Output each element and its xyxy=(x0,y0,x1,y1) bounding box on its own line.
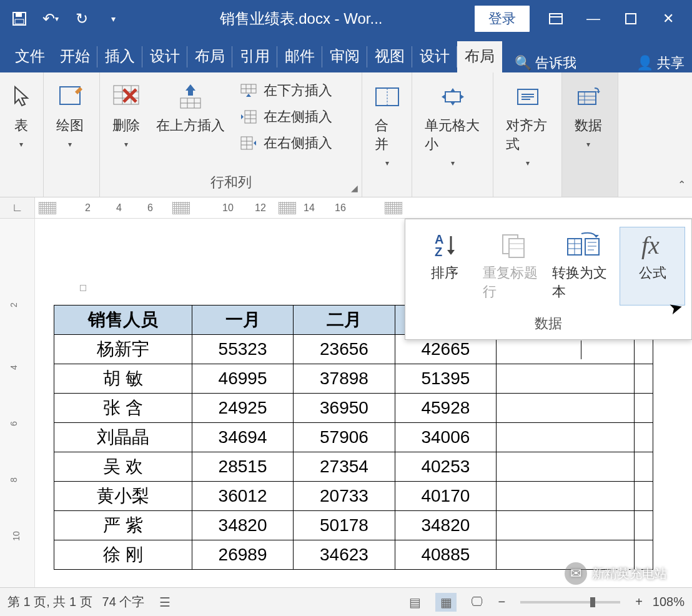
tab-layout[interactable]: 布局 xyxy=(187,41,232,72)
undo-button[interactable]: ↶ ▾ xyxy=(36,4,65,33)
zoom-out-button[interactable]: − xyxy=(498,595,505,609)
print-layout-button[interactable]: ▦ xyxy=(435,593,457,612)
table-cell[interactable] xyxy=(635,423,653,452)
table-cell[interactable]: 45928 xyxy=(395,394,496,423)
table-cell[interactable]: 34694 xyxy=(192,423,293,452)
table-cell[interactable] xyxy=(635,364,653,394)
convert-to-text-button[interactable]: 转换为文本 xyxy=(550,227,616,306)
tab-selector[interactable]: ∟ xyxy=(0,197,35,218)
data-button[interactable]: 数据 xyxy=(570,77,607,152)
ribbon-display-button[interactable] xyxy=(537,4,575,33)
close-button[interactable]: ✕ xyxy=(650,4,687,33)
table-cell[interactable] xyxy=(635,394,653,423)
login-button[interactable]: 登录 xyxy=(475,6,530,32)
horizontal-ruler[interactable]: ∟ 2 4 6 10 12 14 16 xyxy=(0,197,692,219)
insert-left-button[interactable]: 在左侧插入 xyxy=(236,106,335,127)
table-cell[interactable]: 34820 xyxy=(192,511,293,540)
tab-mailings[interactable]: 邮件 xyxy=(277,41,322,72)
table-header[interactable]: 二月 xyxy=(294,306,395,335)
ruler-tabstop[interactable] xyxy=(172,202,190,214)
insert-above-button[interactable]: 在上方插入 xyxy=(151,77,230,139)
table-cell[interactable] xyxy=(497,394,635,423)
sort-button[interactable]: AZ 排序 xyxy=(412,227,477,306)
table-cell[interactable]: 20733 xyxy=(294,482,395,511)
table-cell[interactable] xyxy=(497,511,635,540)
table-cell[interactable] xyxy=(635,511,653,540)
table-cell[interactable] xyxy=(635,482,653,511)
table-cell[interactable]: 吴 欢 xyxy=(54,452,192,482)
ruler-tabstop[interactable] xyxy=(279,202,296,214)
vertical-ruler[interactable]: 2 4 6 8 10 xyxy=(0,219,35,587)
dialog-launcher[interactable]: ◢ xyxy=(351,183,358,193)
tab-table-design[interactable]: 设计 xyxy=(412,41,457,72)
delete-button[interactable]: 删除 xyxy=(107,77,145,152)
table-cell[interactable]: 26989 xyxy=(192,540,293,570)
table-cell[interactable]: 刘晶晶 xyxy=(54,423,192,452)
table-cell[interactable]: 55323 xyxy=(192,335,293,364)
formula-button[interactable]: fx 公式 xyxy=(620,227,685,306)
zoom-in-button[interactable]: + xyxy=(635,595,643,609)
table-cell[interactable]: 34623 xyxy=(294,540,395,570)
table-cell[interactable]: 24925 xyxy=(192,394,293,423)
table-cell[interactable]: 40253 xyxy=(395,452,496,482)
zoom-level[interactable]: 108% xyxy=(653,595,685,609)
insert-below-button[interactable]: 在下方插入 xyxy=(236,80,335,101)
select-table-button[interactable]: 表 xyxy=(7,77,35,152)
table-cell[interactable]: 40885 xyxy=(395,540,496,570)
redo-button[interactable]: ↻ xyxy=(67,4,96,33)
ruler-tabstop[interactable] xyxy=(385,202,402,214)
tab-view[interactable]: 视图 xyxy=(367,41,412,72)
table-cell[interactable] xyxy=(635,452,653,482)
tab-insert[interactable]: 插入 xyxy=(97,41,142,72)
table-cell[interactable]: 50178 xyxy=(294,511,395,540)
share-button[interactable]: 👤共享 xyxy=(636,54,685,72)
table-cell[interactable]: 51395 xyxy=(395,364,496,394)
cell-size-button[interactable]: 单元格大小 xyxy=(420,77,485,171)
table-cell[interactable]: 23656 xyxy=(294,335,395,364)
table-header[interactable]: 一月 xyxy=(192,306,293,335)
sales-table[interactable]: 销售人员 一月 二月 三月 销售总量 杨新宇553232365642665胡 敏… xyxy=(54,305,653,570)
table-cell[interactable]: 徐 刚 xyxy=(54,540,192,570)
table-cell[interactable]: 胡 敏 xyxy=(54,364,192,394)
maximize-button[interactable] xyxy=(612,4,650,33)
tab-design[interactable]: 设计 xyxy=(142,41,187,72)
word-count[interactable]: 74 个字 xyxy=(102,594,145,610)
table-cell[interactable]: 37898 xyxy=(294,364,395,394)
table-cell[interactable]: 严 紫 xyxy=(54,511,192,540)
save-button[interactable] xyxy=(5,4,34,33)
table-cell[interactable]: 34820 xyxy=(395,511,496,540)
table-cell[interactable]: 40170 xyxy=(395,482,496,511)
table-move-handle[interactable] xyxy=(80,285,86,291)
tab-table-layout[interactable]: 布局 xyxy=(457,41,502,72)
ruler-tabstop[interactable] xyxy=(39,202,56,214)
zoom-slider[interactable] xyxy=(520,601,620,604)
qat-customize[interactable]: ▾ xyxy=(99,4,127,33)
web-layout-button[interactable]: 🖵 xyxy=(467,593,488,612)
tab-home[interactable]: 开始 xyxy=(52,41,97,72)
insert-right-button[interactable]: 在右侧插入 xyxy=(236,132,335,154)
table-cell[interactable]: 27354 xyxy=(294,452,395,482)
table-header[interactable]: 销售人员 xyxy=(54,306,192,335)
collapse-ribbon-button[interactable]: ⌃ xyxy=(678,179,686,191)
read-mode-button[interactable]: ▤ xyxy=(404,593,425,612)
tell-me-search[interactable]: 🔍告诉我 xyxy=(515,54,576,72)
table-cell[interactable] xyxy=(497,423,635,452)
table-cell[interactable]: 34006 xyxy=(395,423,496,452)
tab-review[interactable]: 审阅 xyxy=(322,41,367,72)
merge-button[interactable]: 合并 xyxy=(370,77,405,171)
table-cell[interactable]: 黄小梨 xyxy=(54,482,192,511)
table-cell[interactable]: 46995 xyxy=(192,364,293,394)
alignment-button[interactable]: 对齐方式 xyxy=(501,77,554,171)
table-cell[interactable] xyxy=(497,452,635,482)
table-cell[interactable] xyxy=(497,482,635,511)
table-cell[interactable]: 36012 xyxy=(192,482,293,511)
tab-references[interactable]: 引用 xyxy=(232,41,277,72)
table-cell[interactable]: 张 含 xyxy=(54,394,192,423)
minimize-button[interactable]: — xyxy=(575,4,612,33)
draw-table-button[interactable]: 绘图 xyxy=(51,77,89,152)
tab-file[interactable]: 文件 xyxy=(7,41,52,72)
page-indicator[interactable]: 第 1 页, 共 1 页 xyxy=(7,594,92,610)
table-cell[interactable]: 57906 xyxy=(294,423,395,452)
table-cell[interactable]: 杨新宇 xyxy=(54,335,192,364)
table-cell[interactable]: 28515 xyxy=(192,452,293,482)
